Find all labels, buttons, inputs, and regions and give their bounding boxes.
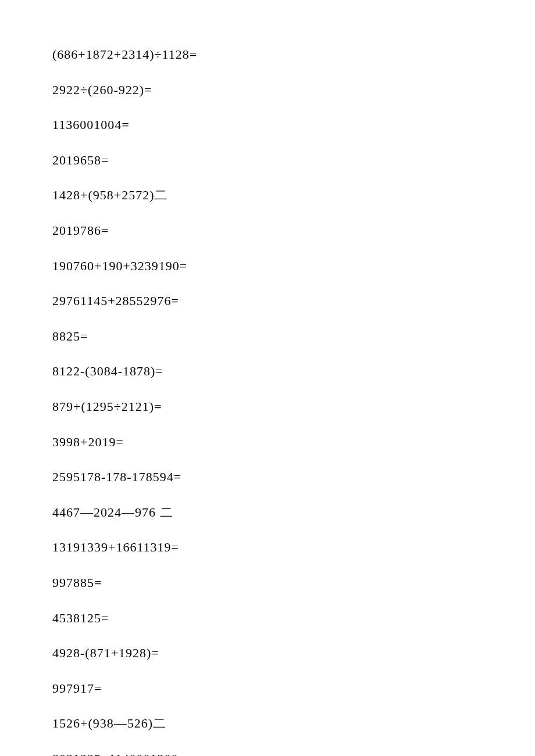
equation-line: 2019786= (52, 223, 483, 239)
equation-line: 3998+2019= (52, 434, 483, 451)
equation-line: 1136001004= (52, 117, 483, 134)
equation-line: 1526+(938—526)二 (52, 715, 483, 732)
equation-line: 1428+(958+2572)二 (52, 187, 483, 204)
equation-line: 4538125= (52, 610, 483, 627)
equation-line: 13191339+16611319= (52, 539, 483, 556)
equation-line: (686+1872+2314)÷1128= (52, 46, 483, 63)
equation-line: 29761145+28552976= (52, 293, 483, 310)
equation-list: (686+1872+2314)÷1128= 2922÷(260-922)= 11… (52, 46, 483, 756)
equation-line: 190760+190+3239190= (52, 258, 483, 275)
equation-line: 997917= (52, 680, 483, 697)
equation-line: 8122-(3084-1878)= (52, 363, 483, 380)
equation-line: 997885= (52, 575, 483, 592)
equation-line: 8825= (52, 328, 483, 345)
equation-line: 8031225=1140001200= (52, 751, 483, 756)
equation-line: 4928-(871+1928)= (52, 645, 483, 662)
equation-line: 2019658= (52, 152, 483, 169)
equation-line: 2595178-178-178594= (52, 469, 483, 486)
equation-line: 879+(1295÷2121)= (52, 399, 483, 415)
equation-line: 2922÷(260-922)= (52, 82, 483, 99)
equation-line: 4467—2024—976 二 (52, 504, 483, 521)
